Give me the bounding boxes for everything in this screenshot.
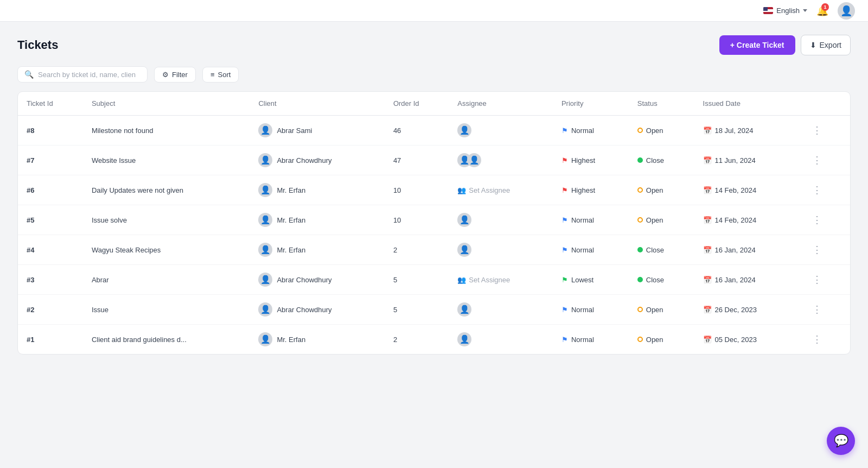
row-menu-button[interactable]: ⋮ — [809, 213, 825, 227]
export-button[interactable]: ⬇ Export — [801, 35, 851, 55]
status-info: Open — [637, 306, 686, 314]
table-row[interactable]: #3 Abrar 👤 Abrar Chowdhury 5 👥 Set Assig… — [18, 265, 850, 295]
status-cell: Close — [629, 265, 694, 295]
client-name: Mr. Erfan — [277, 186, 305, 194]
subject-cell: Client aid brand guidelines d... — [83, 325, 250, 355]
client-avatar: 👤 — [258, 302, 272, 317]
priority-cell: ⚑ Normal — [553, 325, 629, 355]
status-label: Open — [646, 216, 663, 224]
client-avatar: 👤 — [258, 243, 272, 257]
assignee-cell: 👤 — [449, 205, 553, 235]
row-menu-button[interactable]: ⋮ — [809, 183, 825, 197]
table-row[interactable]: #4 Wagyu Steak Recipes 👤 Mr. Erfan 2 👤 ⚑… — [18, 235, 850, 265]
calendar-icon: 📅 — [703, 306, 712, 314]
table-row[interactable]: #2 Issue 👤 Abrar Chowdhury 5 👤 ⚑ Normal … — [18, 295, 850, 325]
set-assignee[interactable]: 👥 Set Assignee — [457, 276, 544, 284]
status-dot — [637, 307, 643, 312]
user-avatar[interactable]: 👤 — [838, 2, 855, 20]
table-row[interactable]: #7 Website Issue 👤 Abrar Chowdhury 47 👤 … — [18, 146, 850, 175]
row-menu-button[interactable]: ⋮ — [809, 243, 825, 257]
ticket-id-cell: #5 — [18, 205, 83, 235]
priority-cell: ⚑ Normal — [553, 205, 629, 235]
assignee-avatar: 👤 — [457, 213, 471, 227]
row-actions-cell: ⋮ — [800, 265, 850, 295]
fab-button[interactable]: 💬 — [827, 427, 855, 455]
date-info: 📅 11 Jun, 2024 — [703, 156, 792, 165]
status-info: Open — [637, 127, 686, 135]
assignee-cell: 👤 — [449, 116, 553, 146]
assignee-avatar: 👤 — [457, 302, 471, 317]
client-avatar: 👤 — [258, 153, 272, 167]
status-info: Open — [637, 186, 686, 194]
search-box[interactable]: 🔍 — [17, 66, 148, 83]
search-input[interactable] — [38, 71, 141, 79]
row-menu-button[interactable]: ⋮ — [809, 302, 825, 317]
status-dot — [637, 337, 643, 342]
order-id-cell: 2 — [385, 235, 449, 265]
date-label: 05 Dec, 2023 — [715, 336, 757, 344]
order-id-cell: 10 — [385, 205, 449, 235]
create-ticket-button[interactable]: + Create Ticket — [719, 35, 795, 55]
client-cell: 👤 Mr. Erfan — [250, 325, 384, 355]
sort-button[interactable]: ≡ Sort — [202, 67, 239, 83]
client-avatar: 👤 — [258, 273, 272, 287]
status-label: Open — [646, 127, 663, 135]
calendar-icon: 📅 — [703, 246, 712, 254]
priority-label: Normal — [571, 336, 594, 344]
status-cell: Open — [629, 116, 694, 146]
table-row[interactable]: #1 Client aid brand guidelines d... 👤 Mr… — [18, 325, 850, 355]
priority-cell: ⚑ Lowest — [553, 265, 629, 295]
client-cell: 👤 Mr. Erfan — [250, 175, 384, 205]
order-id-cell: 10 — [385, 175, 449, 205]
table-row[interactable]: #6 Daily Updates were not given 👤 Mr. Er… — [18, 175, 850, 205]
priority-info: ⚑ Normal — [561, 216, 620, 224]
set-assignee[interactable]: 👥 Set Assignee — [457, 186, 544, 194]
set-assignee-icon: 👥 — [457, 186, 466, 194]
notification-badge: 1 — [821, 3, 829, 11]
row-actions-cell: ⋮ — [800, 235, 850, 265]
ticket-id-cell: #4 — [18, 235, 83, 265]
subject-cell: Website Issue — [83, 146, 250, 175]
row-menu-button[interactable]: ⋮ — [809, 273, 825, 287]
client-cell: 👤 Abrar Chowdhury — [250, 295, 384, 325]
header-actions: + Create Ticket ⬇ Export — [719, 35, 851, 55]
assignee-cell: 👥 Set Assignee — [449, 175, 553, 205]
col-status: Status — [629, 92, 694, 116]
client-name: Abrar Chowdhury — [277, 306, 331, 314]
client-name: Mr. Erfan — [277, 246, 305, 254]
row-menu-button[interactable]: ⋮ — [809, 332, 825, 346]
client-info: 👤 Abrar Chowdhury — [258, 302, 375, 317]
client-cell: 👤 Mr. Erfan — [250, 235, 384, 265]
col-actions — [800, 92, 850, 116]
table-header-row: Ticket Id Subject Client Order Id Assign… — [18, 92, 850, 116]
priority-info: ⚑ Normal — [561, 246, 620, 254]
client-name: Abrar Chowdhury — [277, 276, 331, 284]
row-actions-cell: ⋮ — [800, 295, 850, 325]
col-order-id: Order Id — [385, 92, 449, 116]
col-priority: Priority — [553, 92, 629, 116]
status-label: Open — [646, 186, 663, 194]
client-cell: 👤 Abrar Sami — [250, 116, 384, 146]
client-avatar: 👤 — [258, 332, 272, 346]
table-row[interactable]: #5 Issue solve 👤 Mr. Erfan 10 👤 ⚑ Normal… — [18, 205, 850, 235]
date-cell: 📅 18 Jul, 2024 — [694, 116, 800, 146]
status-cell: Close — [629, 146, 694, 175]
status-dot — [637, 187, 643, 193]
date-label: 14 Feb, 2024 — [715, 186, 757, 194]
date-cell: 📅 05 Dec, 2023 — [694, 325, 800, 355]
language-selector[interactable]: English — [763, 7, 807, 15]
date-cell: 📅 26 Dec, 2023 — [694, 295, 800, 325]
row-menu-button[interactable]: ⋮ — [809, 153, 825, 167]
notification-button[interactable]: 🔔 1 — [814, 2, 831, 20]
priority-label: Highest — [571, 186, 595, 194]
table-row[interactable]: #8 Milestone not found 👤 Abrar Sami 46 👤… — [18, 116, 850, 146]
status-info: Close — [637, 276, 686, 284]
date-info: 📅 16 Jan, 2024 — [703, 276, 792, 284]
filter-button[interactable]: ⚙ Filter — [154, 67, 196, 83]
client-info: 👤 Mr. Erfan — [258, 243, 375, 257]
priority-cell: ⚑ Highest — [553, 146, 629, 175]
priority-label: Normal — [571, 127, 594, 135]
priority-info: ⚑ Normal — [561, 336, 620, 344]
status-info: Open — [637, 336, 686, 344]
row-menu-button[interactable]: ⋮ — [809, 123, 825, 137]
